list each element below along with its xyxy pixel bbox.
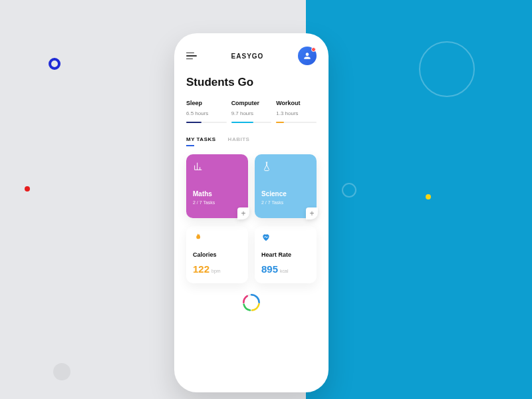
svg-point-3	[242, 293, 260, 311]
metric-value: 6.5 hours	[186, 110, 227, 116]
tab-habits[interactable]: HABITS	[228, 136, 250, 145]
svg-point-2	[242, 293, 260, 311]
stat-cards: Calories 122 bpm Heart Rate 895 kcal	[186, 226, 317, 283]
metric-value: 1.3 hours	[276, 110, 317, 116]
metric-sleep: Sleep 6.5 hours	[186, 100, 227, 123]
stat-card-calories[interactable]: Calories 122 bpm	[186, 226, 248, 283]
page-title: Students Go	[186, 76, 317, 89]
flask-icon	[261, 161, 272, 172]
metric-label: Computer	[231, 100, 272, 106]
progress-bar	[186, 122, 227, 123]
task-card-science[interactable]: Science 2 / 7 Tasks +	[255, 154, 317, 218]
stat-value: 895 kcal	[261, 263, 310, 275]
metrics-row: Sleep 6.5 hours Computer 9.7 hours Worko…	[186, 100, 317, 123]
stat-value: 122 bpm	[193, 263, 241, 275]
deco-ring-icon	[49, 58, 61, 70]
add-task-button[interactable]: +	[237, 207, 249, 219]
task-cards: Maths 2 / 7 Tasks + Science 2 / 7 Tasks …	[186, 154, 317, 218]
phone-frame: EASYGO Students Go Sleep 6.5 hours Compu…	[174, 33, 329, 392]
progress-bar	[276, 122, 317, 123]
chart-icon	[193, 161, 203, 172]
deco-dot-icon	[426, 194, 431, 200]
metric-label: Sleep	[186, 100, 227, 106]
metric-value: 9.7 hours	[231, 110, 272, 116]
avatar-button[interactable]	[298, 47, 317, 65]
menu-icon[interactable]	[186, 53, 197, 60]
background-right	[306, 0, 532, 399]
stat-card-heart-rate[interactable]: Heart Rate 895 kcal	[255, 226, 317, 283]
deco-dot-icon	[25, 186, 30, 192]
stat-unit: kcal	[280, 269, 288, 273]
user-icon	[303, 51, 312, 61]
stat-title: Calories	[193, 251, 241, 258]
tab-my-tasks[interactable]: MY TASKS	[186, 136, 216, 145]
stat-number: 122	[193, 263, 209, 275]
tab-bar: MY TASKS HABITS	[186, 136, 317, 145]
add-task-button[interactable]: +	[306, 207, 318, 219]
metric-workout: Workout 1.3 hours	[276, 100, 317, 123]
metric-computer: Computer 9.7 hours	[231, 100, 272, 123]
progress-ring-icon	[241, 293, 261, 313]
stat-unit: bpm	[211, 269, 221, 273]
task-title: Science	[261, 190, 310, 198]
task-title: Maths	[193, 190, 241, 198]
metric-label: Workout	[276, 100, 317, 106]
heart-icon	[261, 233, 271, 242]
progress-bar	[231, 122, 272, 123]
task-sub: 2 / 7 Tasks	[193, 200, 241, 205]
fire-icon	[193, 233, 202, 242]
deco-ring-icon	[419, 41, 475, 97]
stat-title: Heart Rate	[261, 251, 310, 258]
app-name: EASYGO	[231, 53, 264, 60]
deco-circle-icon	[53, 363, 70, 380]
task-card-maths[interactable]: Maths 2 / 7 Tasks +	[186, 154, 248, 218]
deco-ring-icon	[342, 183, 356, 198]
stat-number: 895	[261, 263, 278, 275]
top-bar: EASYGO	[186, 47, 317, 65]
task-sub: 2 / 7 Tasks	[261, 200, 310, 205]
